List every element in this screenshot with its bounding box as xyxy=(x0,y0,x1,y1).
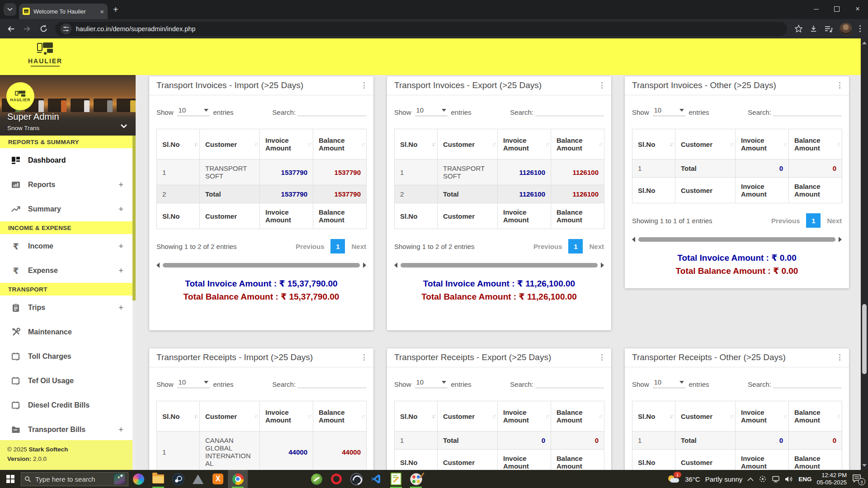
expand-plus-icon[interactable]: + xyxy=(118,425,123,435)
column-header-invoice-amount[interactable]: Invoice Amount↓↑ xyxy=(498,401,551,432)
temperature-text[interactable]: 36°C xyxy=(685,475,700,483)
previous-button[interactable]: Previous xyxy=(296,243,324,250)
column-header-invoice-amount[interactable]: Invoice Amount↓↑ xyxy=(736,129,789,160)
taskbar-green-app[interactable] xyxy=(307,470,326,488)
bing-weather-thumbnail[interactable] xyxy=(114,474,125,484)
tab-close-icon[interactable]: × xyxy=(100,8,104,15)
column-header-customer[interactable]: Customer↓↑ xyxy=(200,129,260,160)
sidebar-item-toll-charges[interactable]: Toll Charges xyxy=(0,344,132,369)
language-indicator[interactable]: ENG xyxy=(798,476,811,483)
scroll-down-arrow[interactable] xyxy=(862,464,867,467)
taskbar-xampp[interactable]: X xyxy=(208,470,228,488)
table-horizontal-scrollbar[interactable] xyxy=(632,237,842,242)
entries-select[interactable]: 10 xyxy=(653,106,685,116)
column-header-balance-amount[interactable]: Balance Amount↓↑ xyxy=(551,129,604,160)
start-button[interactable] xyxy=(0,470,21,488)
volume-icon[interactable] xyxy=(785,476,793,483)
taskbar-vscode[interactable] xyxy=(366,470,386,488)
previous-button[interactable]: Previous xyxy=(533,243,562,250)
sidebar-item-transporter-bills[interactable]: Transporter Bills+ xyxy=(0,418,132,440)
column-header-sl-no[interactable]: Sl.No↓↑ xyxy=(157,401,200,432)
column-header-invoice-amount[interactable]: Invoice Amount↓↑ xyxy=(260,401,313,432)
minimize-button[interactable] xyxy=(806,0,826,18)
site-info-icon[interactable] xyxy=(61,23,71,34)
taskbar-obs[interactable] xyxy=(346,470,366,488)
column-header-sl-no[interactable]: Sl.No↓↑ xyxy=(632,129,675,160)
tray-chevron-up-icon[interactable] xyxy=(747,477,754,481)
page-scrollbar-thumb[interactable] xyxy=(862,304,867,374)
column-header-sl-no[interactable]: Sl.No↓↑ xyxy=(632,401,675,432)
sidebar-item-maintenance[interactable]: Maintenance xyxy=(0,320,132,344)
next-button[interactable]: Next xyxy=(827,217,842,225)
taskbar-file-explorer[interactable] xyxy=(148,470,168,488)
search-input[interactable] xyxy=(773,107,842,116)
column-header-customer[interactable]: Customer↓↑ xyxy=(438,129,498,160)
scroll-right-arrow[interactable] xyxy=(839,237,842,242)
sidebar-item-expense[interactable]: ₹Expense+ xyxy=(0,258,132,283)
column-header-balance-amount[interactable]: Balance Amount↓↑ xyxy=(789,401,842,432)
search-input[interactable] xyxy=(535,107,604,116)
search-input[interactable] xyxy=(535,379,604,388)
entries-select[interactable]: 10 xyxy=(177,106,210,116)
sidebar-item-diesel-credit-bills[interactable]: Diesel Credit Bills xyxy=(0,393,132,418)
scroll-left-arrow[interactable] xyxy=(156,263,160,268)
taskbar-steam[interactable] xyxy=(168,470,188,488)
next-button[interactable]: Next xyxy=(351,243,366,250)
scroll-right-arrow[interactable] xyxy=(601,263,604,268)
taskbar-unity[interactable] xyxy=(188,470,208,488)
taskbar-copilot[interactable] xyxy=(128,470,148,488)
page-scrollbar[interactable] xyxy=(861,38,868,470)
column-header-balance-amount[interactable]: Balance Amount↓↑ xyxy=(551,401,604,432)
search-input[interactable] xyxy=(773,379,842,388)
maximize-button[interactable] xyxy=(826,0,847,18)
taskbar-search[interactable]: Type here to search xyxy=(21,472,128,486)
expand-plus-icon[interactable]: + xyxy=(118,204,123,214)
column-header-balance-amount[interactable]: Balance Amount↓↑ xyxy=(313,129,367,160)
weather-condition-text[interactable]: Partly sunny xyxy=(705,475,743,483)
sidebar-scrollbar-thumb[interactable] xyxy=(132,136,136,300)
scroll-right-arrow[interactable] xyxy=(363,263,366,268)
next-button[interactable]: Next xyxy=(589,243,604,250)
search-input[interactable] xyxy=(297,107,366,116)
bookmark-star-icon[interactable] xyxy=(794,24,803,33)
card-menu-icon[interactable] xyxy=(362,81,366,90)
horizontal-scrollbar-thumb[interactable] xyxy=(401,263,598,267)
taskbar-paint[interactable] xyxy=(406,470,426,488)
horizontal-scrollbar-thumb[interactable] xyxy=(163,263,360,267)
meet-now-icon[interactable] xyxy=(759,475,767,483)
page-1-button[interactable]: 1 xyxy=(806,213,821,228)
browser-tab[interactable]: Welcome To Haulier × xyxy=(19,4,108,19)
taskbar-chrome[interactable] xyxy=(228,470,248,488)
entries-select[interactable]: 10 xyxy=(415,378,448,388)
media-controls-icon[interactable] xyxy=(824,25,833,33)
tab-search-button[interactable] xyxy=(4,3,16,16)
profile-avatar[interactable] xyxy=(840,23,852,35)
new-tab-button[interactable]: + xyxy=(113,5,118,15)
sidebar-item-reports[interactable]: Reports+ xyxy=(0,173,132,197)
column-header-invoice-amount[interactable]: Invoice Amount↓↑ xyxy=(498,129,551,160)
entries-select[interactable]: 10 xyxy=(653,378,685,388)
window-close-button[interactable]: × xyxy=(847,0,868,18)
sidebar-item-dashboard[interactable]: Dashboard xyxy=(0,148,132,173)
sidebar-item-tef-oil-usage[interactable]: Tef Oil Usage xyxy=(0,369,132,393)
expand-plus-icon[interactable]: + xyxy=(118,180,123,190)
sidebar-item-summary[interactable]: Summary+ xyxy=(0,197,132,221)
card-menu-icon[interactable] xyxy=(362,353,366,362)
column-header-balance-amount[interactable]: Balance Amount↓↑ xyxy=(313,401,367,432)
column-header-invoice-amount[interactable]: Invoice Amount↓↑ xyxy=(260,129,313,160)
notification-center-icon[interactable]: 3 xyxy=(852,474,863,484)
column-header-customer[interactable]: Customer↓↑ xyxy=(438,401,498,432)
forward-button[interactable] xyxy=(20,22,34,36)
column-header-customer[interactable]: Customer↓↑ xyxy=(200,401,260,432)
column-header-sl-no[interactable]: Sl.No↓↑ xyxy=(395,129,438,160)
card-menu-icon[interactable] xyxy=(600,353,604,362)
haulier-logo[interactable]: HAULIER xyxy=(28,42,62,67)
table-horizontal-scrollbar[interactable] xyxy=(156,263,366,268)
scroll-left-arrow[interactable] xyxy=(394,263,397,268)
scroll-up-arrow[interactable] xyxy=(862,42,867,44)
expand-plus-icon[interactable]: + xyxy=(118,303,123,313)
column-header-balance-amount[interactable]: Balance Amount↓↑ xyxy=(789,129,842,160)
column-header-customer[interactable]: Customer↓↑ xyxy=(675,401,736,432)
card-menu-icon[interactable] xyxy=(600,81,604,90)
column-header-customer[interactable]: Customer↓↑ xyxy=(675,129,736,160)
